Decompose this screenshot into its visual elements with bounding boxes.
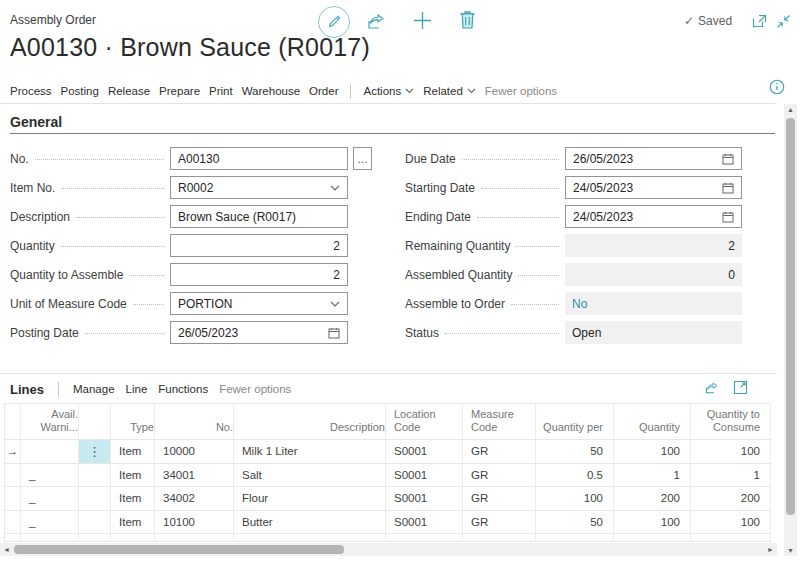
no-field[interactable]: A00130: [170, 147, 348, 170]
menu-warehouse[interactable]: Warehouse: [242, 85, 300, 97]
quantity-cell[interactable]: 1: [614, 464, 691, 488]
menu-prepare[interactable]: Prepare: [159, 85, 200, 97]
quantity-field[interactable]: 2: [170, 234, 348, 257]
delete-button[interactable]: [458, 9, 477, 31]
description-cell[interactable]: Milk 1 Liter: [234, 440, 386, 464]
description-cell[interactable]: Salt: [234, 464, 386, 488]
chevron-down-icon: [330, 185, 340, 191]
general-section-heading[interactable]: General: [10, 114, 62, 130]
status-label: Status: [405, 326, 565, 340]
chevron-down-icon: [405, 88, 414, 94]
scroll-right-arrow-icon[interactable]: ►: [767, 545, 774, 554]
header-quantity[interactable]: Quantity: [614, 404, 691, 440]
quantity-cell[interactable]: 100: [614, 511, 691, 535]
description-cell[interactable]: Butter: [234, 511, 386, 535]
starting-date-field[interactable]: 24/05/2023: [565, 176, 742, 199]
lines-section-divider: [0, 373, 777, 374]
table-row: _ Item 10100 Butter S0001 GR 50 100 100: [5, 511, 770, 535]
plus-icon: [411, 9, 434, 32]
horizontal-scrollbar-thumb[interactable]: [14, 545, 344, 554]
menu-process[interactable]: Process: [10, 85, 52, 97]
header-quantity-to-consume[interactable]: Quantity toConsume: [691, 404, 771, 440]
header-unit-of-measure-code[interactable]: Unit ofMeasure Code: [463, 404, 536, 440]
header-description[interactable]: Description: [234, 404, 386, 440]
uom-code-cell[interactable]: GR: [463, 487, 536, 511]
menu-posting[interactable]: Posting: [61, 85, 99, 97]
quantity-cell[interactable]: 200: [614, 487, 691, 511]
due-date-field[interactable]: 26/05/2023: [565, 147, 742, 170]
assist-edit-button[interactable]: …: [353, 147, 372, 170]
avail-warning-cell[interactable]: _: [21, 487, 79, 511]
uom-code-cell[interactable]: GR: [463, 464, 536, 488]
lines-menu-functions[interactable]: Functions: [158, 383, 208, 395]
type-cell[interactable]: Item: [111, 487, 155, 511]
item-no-label: Item No.: [10, 181, 170, 195]
header-location-code[interactable]: Location Code: [386, 404, 463, 440]
lines-open-in-new-button[interactable]: [733, 380, 748, 395]
header-avail-warning[interactable]: Avail.Warni...: [21, 404, 79, 440]
quantity-to-consume-cell[interactable]: 100: [691, 440, 771, 464]
collapse-view-button[interactable]: [776, 14, 791, 29]
location-code-cell[interactable]: S0001: [386, 440, 463, 464]
type-cell[interactable]: Item: [111, 440, 155, 464]
item-no-field[interactable]: R0002: [170, 176, 348, 199]
unit-of-measure-field[interactable]: PORTION: [170, 292, 348, 315]
ending-date-field[interactable]: 24/05/2023: [565, 205, 742, 228]
avail-warning-cell[interactable]: [21, 440, 79, 464]
quantity-to-consume-cell[interactable]: 1: [691, 464, 771, 488]
avail-warning-cell[interactable]: _: [21, 464, 79, 488]
avail-warning-cell[interactable]: _: [21, 511, 79, 535]
posting-date-field[interactable]: 26/05/2023: [170, 321, 348, 344]
uom-code-cell[interactable]: GR: [463, 511, 536, 535]
quantity-per-cell[interactable]: 50: [536, 511, 614, 535]
quantity-per-cell[interactable]: 50: [536, 440, 614, 464]
no-cell[interactable]: 34002: [155, 487, 234, 511]
quantity-per-cell[interactable]: 100: [536, 487, 614, 511]
share-icon: [704, 380, 720, 395]
header-quantity-per[interactable]: Quantity per: [536, 404, 614, 440]
menu-related[interactable]: Related: [423, 85, 476, 97]
header-no[interactable]: No.: [155, 404, 234, 440]
new-button[interactable]: [411, 9, 434, 32]
lines-menu-line[interactable]: Line: [126, 383, 148, 395]
menu-release[interactable]: Release: [108, 85, 150, 97]
lines-toolbar-divider: [58, 382, 59, 397]
open-in-new-window-button[interactable]: [751, 13, 768, 29]
share-button[interactable]: [366, 11, 387, 31]
menu-fewer-options[interactable]: Fewer options: [485, 85, 557, 97]
quantity-to-consume-cell[interactable]: 200: [691, 487, 771, 511]
menu-actions[interactable]: Actions: [363, 85, 414, 97]
header-type[interactable]: Type: [111, 404, 155, 440]
lines-menu-fewer-options[interactable]: Fewer options: [219, 383, 291, 395]
lines-heading[interactable]: Lines: [10, 382, 44, 397]
page-caption: Assembly Order: [10, 13, 96, 27]
quantity-to-consume-cell[interactable]: 100: [691, 511, 771, 535]
quantity-to-assemble-field[interactable]: 2: [170, 263, 348, 286]
location-code-cell[interactable]: S0001: [386, 464, 463, 488]
scroll-up-arrow-icon[interactable]: ▲: [787, 106, 794, 113]
lines-menu-manage[interactable]: Manage: [73, 383, 115, 395]
scroll-left-arrow-icon[interactable]: ◄: [3, 545, 10, 554]
location-code-cell[interactable]: S0001: [386, 511, 463, 535]
scroll-down-arrow-icon[interactable]: ▼: [787, 547, 794, 554]
description-cell[interactable]: Flour: [234, 487, 386, 511]
quantity-per-cell[interactable]: 0.5: [536, 464, 614, 488]
type-cell[interactable]: Item: [111, 464, 155, 488]
location-code-cell[interactable]: S0001: [386, 487, 463, 511]
assembled-quantity-value: 0: [565, 263, 742, 286]
uom-code-cell[interactable]: GR: [463, 440, 536, 464]
type-cell[interactable]: Item: [111, 511, 155, 535]
info-button[interactable]: [769, 79, 785, 95]
quantity-cell[interactable]: 100: [614, 440, 691, 464]
description-field[interactable]: Brown Sauce (R0017): [170, 205, 348, 228]
lines-share-button[interactable]: [704, 380, 720, 395]
no-cell[interactable]: 10000: [155, 440, 234, 464]
menu-print[interactable]: Print: [209, 85, 233, 97]
assemble-to-order-value[interactable]: No: [565, 292, 742, 315]
no-cell[interactable]: 10100: [155, 511, 234, 535]
row-menu-button[interactable]: ⋮: [79, 440, 111, 464]
menu-order[interactable]: Order: [309, 85, 338, 97]
general-section-rule: [10, 133, 775, 134]
vertical-scrollbar-thumb[interactable]: [786, 118, 795, 515]
no-cell[interactable]: 34001: [155, 464, 234, 488]
